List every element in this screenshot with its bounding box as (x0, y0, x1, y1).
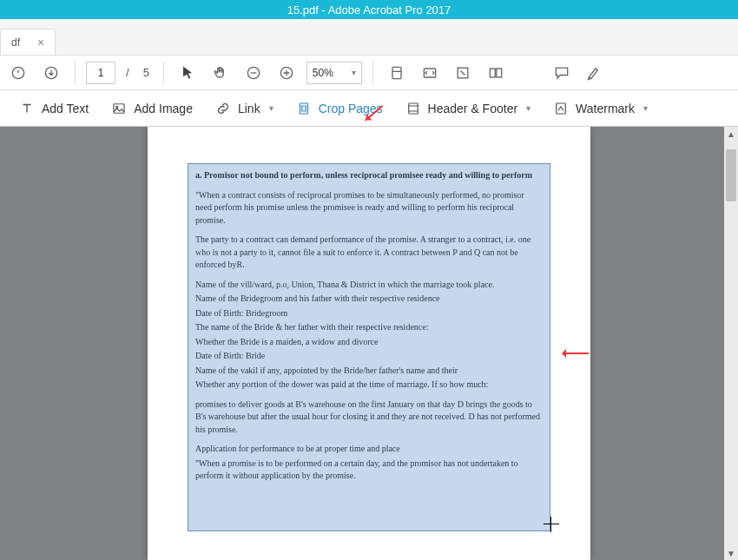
zoom-out-icon[interactable] (241, 60, 267, 86)
scroll-down-button[interactable]: ▼ (724, 546, 738, 560)
add-text-button[interactable]: Add Text (10, 96, 97, 122)
chevron-down-icon: ▾ (352, 68, 356, 77)
svg-rect-12 (408, 103, 418, 114)
page-separator: / (126, 66, 129, 79)
zoom-in-icon[interactable] (273, 60, 300, 86)
hand-pan-icon[interactable] (208, 60, 234, 86)
svg-rect-11 (300, 103, 307, 114)
zoom-dropdown[interactable]: 50% ▾ (306, 62, 362, 84)
title-bar: 15.pdf - Adobe Acrobat Pro 2017 (0, 0, 738, 19)
chevron-down-icon[interactable]: ▾ (269, 103, 273, 113)
fit-width-icon[interactable] (417, 60, 443, 86)
scroll-thumb[interactable] (726, 149, 736, 201)
comment-icon[interactable] (549, 60, 575, 86)
tab-label: df (11, 36, 20, 49)
watermark-button[interactable]: Watermark ▾ (544, 96, 656, 122)
document-text: a. Promisor not bound to perform, unless… (195, 169, 543, 483)
annotation-arrow (563, 352, 589, 354)
download-icon[interactable] (38, 60, 64, 86)
page-number-input[interactable] (86, 62, 115, 84)
svg-rect-13 (557, 103, 566, 114)
zoom-value: 50% (313, 67, 333, 79)
chevron-down-icon[interactable]: ▾ (526, 103, 530, 113)
select-arrow-icon[interactable] (175, 60, 201, 86)
scroll-up-button[interactable]: ▲ (724, 127, 738, 141)
tool-label: Watermark (576, 102, 635, 115)
fit-page-icon[interactable] (384, 60, 410, 86)
add-image-button[interactable]: Add Image (102, 96, 201, 122)
tool-label: Add Text (42, 102, 89, 115)
chevron-down-icon[interactable]: ▾ (643, 103, 648, 113)
page-total: 5 (143, 66, 149, 79)
tab-close-button[interactable]: × (37, 36, 44, 49)
toolbar-separator (163, 62, 164, 84)
svg-rect-9 (114, 103, 124, 113)
toolbar-separator (75, 62, 76, 84)
main-toolbar: / 5 50% ▾ (0, 56, 738, 90)
toolbar-separator (372, 62, 373, 84)
svg-rect-7 (490, 69, 495, 77)
pdf-page[interactable]: a. Promisor not bound to perform, unless… (148, 127, 590, 560)
page-display-icon[interactable] (483, 60, 509, 86)
link-button[interactable]: Link ▾ (207, 96, 282, 122)
document-tab[interactable]: df × (0, 29, 56, 55)
header-footer-button[interactable]: Header & Footer ▾ (397, 96, 540, 122)
tool-label: Header & Footer (428, 102, 518, 115)
svg-rect-8 (497, 69, 502, 77)
tool-label: Link (238, 102, 260, 115)
crop-selection[interactable]: a. Promisor not bound to perform, unless… (188, 163, 550, 531)
tool-label: Add Image (134, 102, 193, 115)
window-title: 15.pdf - Adobe Acrobat Pro 2017 (287, 3, 451, 16)
vertical-scrollbar[interactable]: ▲ ▼ (724, 127, 738, 560)
tab-bar: df × (0, 19, 738, 56)
expand-icon[interactable] (450, 60, 476, 86)
save-icon[interactable] (5, 60, 31, 86)
crop-pages-button[interactable]: Crop Pages (287, 96, 392, 122)
svg-rect-4 (392, 67, 401, 78)
document-canvas[interactable]: a. Promisor not bound to perform, unless… (0, 127, 738, 560)
highlight-icon[interactable] (582, 60, 608, 86)
